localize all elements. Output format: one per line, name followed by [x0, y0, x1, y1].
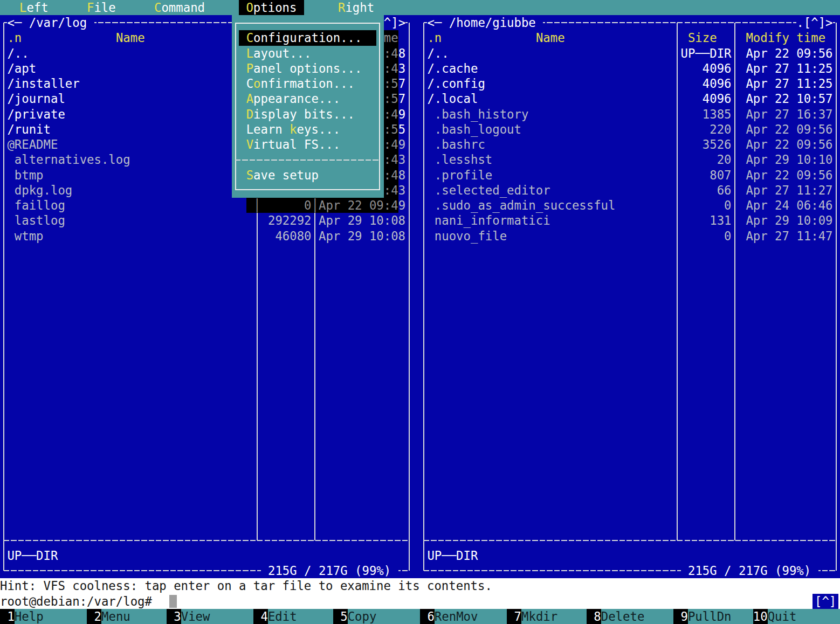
left-panel-title-pad — [87, 16, 94, 30]
file-row[interactable]: /.. — [7, 46, 29, 61]
right-panel-right-border — [836, 23, 837, 571]
fkey-number: 2 — [87, 609, 101, 624]
dropdown-item-rest: ayout... — [253, 46, 311, 60]
file-size: 4096 — [681, 76, 732, 91]
fkey-4-edit[interactable]: 4Edit — [253, 609, 333, 624]
right-column-header-mtime[interactable]: Modify time — [746, 30, 825, 45]
file-row[interactable]: /private — [7, 107, 65, 122]
file-row[interactable]: .bash_logout — [427, 122, 521, 137]
file-size: 3526 — [681, 137, 732, 152]
left-column-header-name[interactable]: Name — [116, 30, 145, 45]
dropdown-item-appearance[interactable]: Appearance... — [239, 91, 376, 106]
file-row[interactable]: btmp — [7, 168, 43, 183]
file-row[interactable]: .bash_history — [427, 107, 528, 122]
fkey-number: 10 — [753, 609, 768, 624]
menubar-item-options[interactable]: Options — [239, 0, 304, 15]
file-row[interactable]: alternatives.log — [7, 152, 130, 167]
menubar-item-hotkey: R — [338, 1, 345, 15]
dropdown-item-configuration[interactable]: Configuration... — [239, 30, 376, 45]
left-panel-title[interactable]: <─ /var/log — [7, 15, 94, 30]
fkey-10-quit[interactable]: 10Quit — [753, 609, 840, 624]
fkey-label: PullDn — [688, 609, 753, 624]
file-row[interactable]: .sudo_as_admin_successful — [427, 198, 615, 213]
dropdown-item-pre: C — [246, 77, 253, 91]
fkey-label: Help — [15, 609, 87, 624]
fkey-label: Edit — [268, 609, 333, 624]
file-row[interactable]: .selected_editor — [427, 183, 550, 198]
file-size: 220 — [681, 122, 732, 137]
dropdown-item-virtual-fs[interactable]: Virtual FS... — [239, 137, 376, 152]
right-panel-mini-status: UP──DIR — [427, 548, 478, 563]
right-panel-column-divider — [734, 23, 735, 540]
command-prompt[interactable]: root@debian:/var/log# — [0, 594, 152, 609]
file-mtime-tail: 9 — [398, 137, 405, 152]
left-panel-right-border — [409, 23, 410, 571]
fkey-5-copy[interactable]: 5Copy — [333, 609, 420, 624]
column-header-mtime-tail: me — [384, 30, 398, 45]
dropdown-item-confirmation[interactable]: Confirmation... — [239, 76, 376, 91]
file-row[interactable]: /.. — [427, 46, 449, 61]
file-row[interactable]: dpkg.log — [7, 183, 72, 198]
right-column-header-name[interactable]: Name — [536, 30, 565, 45]
menubar-item-left[interactable]: Left — [19, 0, 49, 15]
file-row[interactable]: /apt — [7, 61, 36, 76]
right-panel-disk-usage: 215G / 217G (99%) — [681, 563, 818, 578]
file-row[interactable]: /journal — [7, 91, 65, 106]
file-row[interactable]: .profile — [427, 168, 492, 183]
file-row[interactable]: @README — [7, 137, 58, 152]
file-mtime-tail: 8 — [398, 168, 405, 183]
command-line-badge[interactable]: [^] — [813, 594, 838, 609]
fkey-number: 9 — [673, 609, 688, 624]
menubar-item-right[interactable]: Right — [338, 0, 374, 15]
file-mtime: Apr 27 11:25 — [746, 76, 832, 91]
dropdown-item-rest: isplay bits... — [253, 107, 355, 121]
fkey-1-help[interactable]: 1Help — [0, 609, 87, 624]
file-mtime-tail: 3 — [398, 152, 405, 167]
fkey-2-menu[interactable]: 2Menu — [87, 609, 167, 624]
left-panel-disk-usage: 215G / 217G (99%) — [261, 563, 398, 578]
dropdown-item-display-bits[interactable]: Display bits... — [239, 107, 376, 122]
dropdown-item-hotkey: o — [253, 77, 260, 91]
fkey-3-view[interactable]: 3View — [167, 609, 253, 624]
file-row[interactable]: /.local — [427, 91, 478, 106]
left-panel-path: /var/log — [29, 16, 87, 30]
right-panel-corner-markers[interactable]: .[^]> — [796, 15, 832, 30]
menubar-item-command[interactable]: Command — [154, 0, 205, 15]
file-mtime-tail: 5 — [398, 122, 405, 137]
menubar-item-file[interactable]: File — [87, 0, 116, 15]
dropdown-item-panel-options[interactable]: Panel options... — [239, 61, 376, 76]
fkey-number: 8 — [587, 609, 601, 624]
dropdown-item-save-setup[interactable]: Save setup — [239, 168, 376, 183]
fkey-8-delete[interactable]: 8Delete — [587, 609, 673, 624]
file-row[interactable]: /.config — [427, 76, 485, 91]
dropdown-item-learn-keys[interactable]: Learn keys... — [239, 122, 376, 137]
fkey-9-pulldn[interactable]: 9PullDn — [673, 609, 753, 624]
file-row[interactable]: /runit — [7, 122, 51, 137]
menubar-item-hotkey: F — [87, 1, 94, 15]
file-row[interactable]: wtmp — [7, 228, 43, 244]
file-row[interactable]: /.cache — [427, 61, 478, 76]
right-panel-title[interactable]: <─ /home/giubbe — [427, 15, 543, 30]
right-column-header-size[interactable]: Size — [688, 30, 717, 45]
file-row[interactable]: /installer — [7, 76, 79, 91]
file-mtime: Apr 27 11:27 — [746, 183, 832, 198]
menubar-item-hotkey: L — [19, 1, 26, 15]
fkey-7-mkdir[interactable]: 7Mkdir — [507, 609, 587, 624]
file-row[interactable]: .lesshst — [427, 152, 492, 167]
file-size: 292292 — [261, 213, 312, 228]
file-mtime: Apr 27 11:47 — [746, 228, 832, 244]
right-sort-indicator[interactable]: .n — [427, 30, 442, 45]
dropdown-item-layout[interactable]: Layout... — [239, 46, 376, 61]
file-row[interactable]: lastlog — [7, 213, 65, 228]
left-panel-arrow: <─ — [7, 16, 29, 30]
file-row[interactable]: faillog — [7, 198, 65, 213]
dropdown-item-rest: ppearance... — [253, 92, 340, 106]
file-row[interactable]: nani_informatici — [427, 213, 550, 228]
fkey-6-renmov[interactable]: 6RenMov — [420, 609, 507, 624]
file-row[interactable]: nuovo_file — [427, 228, 507, 244]
left-sort-indicator[interactable]: .n — [7, 30, 22, 45]
fkey-number: 5 — [333, 609, 348, 624]
dropdown-item-hotkey: V — [246, 137, 253, 151]
file-size: 46080 — [261, 228, 312, 244]
file-row[interactable]: .bashrc — [427, 137, 485, 152]
